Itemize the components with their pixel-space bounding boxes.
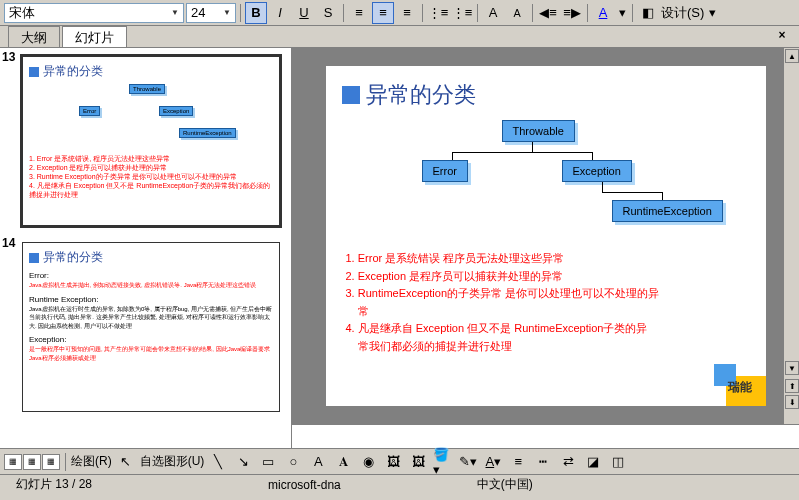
font-select[interactable]: 宋体 ▼ bbox=[4, 3, 184, 23]
clipart-tool[interactable]: 🖼 bbox=[382, 451, 404, 473]
bold-button[interactable]: B bbox=[245, 2, 267, 24]
thumbnail-panel[interactable]: 13 异常的分类 Throwable Error Exception Runti… bbox=[0, 48, 292, 448]
3d-style-button[interactable]: ◫ bbox=[607, 451, 629, 473]
font-name: 宋体 bbox=[9, 4, 35, 22]
current-slide[interactable]: 异常的分类 Throwable Error Exception RuntimeE… bbox=[326, 66, 766, 406]
separator bbox=[343, 4, 344, 22]
thumbnail-13-wrap: 13 异常的分类 Throwable Error Exception Runti… bbox=[0, 48, 291, 234]
tab-slides[interactable]: 幻灯片 bbox=[62, 26, 127, 47]
separator bbox=[587, 4, 588, 22]
separator bbox=[532, 4, 533, 22]
textbox-tool[interactable]: A bbox=[307, 451, 329, 473]
status-bar: 幻灯片 13 / 28 microsoft-dna 中文(中国) bbox=[0, 474, 799, 494]
fill-color-button[interactable]: 🪣▾ bbox=[432, 451, 454, 473]
dash-style-button[interactable]: ┅ bbox=[532, 451, 554, 473]
close-panel-button[interactable]: × bbox=[773, 26, 791, 44]
thumbnail-13[interactable]: 异常的分类 Throwable Error Exception RuntimeE… bbox=[22, 56, 280, 226]
thumb-text: 1. Error 是系统错误, 程序员无法处理这些异常 2. Exception… bbox=[29, 154, 273, 199]
next-slide-button[interactable]: ⬇ bbox=[785, 395, 799, 409]
draw-menu[interactable]: 绘图(R) bbox=[71, 453, 112, 470]
design-icon[interactable]: ◧ bbox=[637, 2, 659, 24]
align-center-button[interactable]: ≡ bbox=[372, 2, 394, 24]
autoshape-menu[interactable]: 自选图形(U) bbox=[140, 453, 205, 470]
exception-diagram: Throwable Error Exception RuntimeExcepti… bbox=[362, 120, 730, 240]
slide-number-13: 13 bbox=[2, 50, 15, 64]
line-tool[interactable]: ╲ bbox=[207, 451, 229, 473]
wordart-tool[interactable]: 𝐀 bbox=[332, 451, 354, 473]
chevron-down-icon: ▼ bbox=[223, 8, 231, 17]
vertical-scrollbar[interactable]: ▲ ▼ ⬆ ⬇ bbox=[783, 48, 799, 424]
slide-title: 异常的分类 bbox=[342, 80, 750, 110]
main-area: 13 异常的分类 Throwable Error Exception Runti… bbox=[0, 48, 799, 448]
slide-logo: 瑞能 bbox=[728, 379, 752, 396]
font-size-select[interactable]: 24 ▼ bbox=[186, 3, 236, 23]
view-buttons: ▦ ▦ ▦ bbox=[4, 454, 60, 470]
separator bbox=[632, 4, 633, 22]
slide-editor: 异常的分类 Throwable Error Exception RuntimeE… bbox=[292, 48, 799, 448]
separator bbox=[240, 4, 241, 22]
box-runtime: RuntimeException bbox=[612, 200, 723, 222]
prev-slide-button[interactable]: ⬆ bbox=[785, 379, 799, 393]
scroll-down-button[interactable]: ▼ bbox=[785, 361, 799, 375]
diagram-tool[interactable]: ◉ bbox=[357, 451, 379, 473]
underline-button[interactable]: U bbox=[293, 2, 315, 24]
status-slide-number: 幻灯片 13 / 28 bbox=[8, 476, 100, 493]
drawing-toolbar: ▦ ▦ ▦ 绘图(R) ↖ 自选图形(U) ╲ ↘ ▭ ○ A 𝐀 ◉ 🖼 🖼 … bbox=[0, 448, 799, 474]
font-color-dropdown[interactable]: ▾ bbox=[616, 2, 628, 24]
arrow-style-button[interactable]: ⇄ bbox=[557, 451, 579, 473]
separator bbox=[422, 4, 423, 22]
box-exception: Exception bbox=[562, 160, 632, 182]
slide-number-14: 14 bbox=[2, 236, 15, 250]
tab-outline[interactable]: 大纲 bbox=[8, 26, 60, 47]
line-style-button[interactable]: ≡ bbox=[507, 451, 529, 473]
rectangle-tool[interactable]: ▭ bbox=[257, 451, 279, 473]
italic-button[interactable]: I bbox=[269, 2, 291, 24]
shadow-style-button[interactable]: ◪ bbox=[582, 451, 604, 473]
shadow-button[interactable]: S bbox=[317, 2, 339, 24]
status-language: 中文(中国) bbox=[469, 476, 541, 493]
thumb-title: 异常的分类 bbox=[29, 249, 273, 266]
slide-bullets: 1. Error 是系统错误 程序员无法处理这些异常 2. Exception … bbox=[342, 250, 750, 354]
sorter-view-button[interactable]: ▦ bbox=[23, 454, 41, 470]
slide-canvas-area[interactable]: 异常的分类 Throwable Error Exception RuntimeE… bbox=[292, 48, 799, 424]
decrease-indent-button[interactable]: ◀≡ bbox=[537, 2, 559, 24]
toolbar-more[interactable]: ▾ bbox=[706, 2, 718, 24]
chevron-down-icon: ▼ bbox=[171, 8, 179, 17]
numbered-list-button[interactable]: ⋮≡ bbox=[427, 2, 449, 24]
font-color-button-2[interactable]: A▾ bbox=[482, 451, 504, 473]
align-right-button[interactable]: ≡ bbox=[396, 2, 418, 24]
bullet-list-button[interactable]: ⋮≡ bbox=[451, 2, 473, 24]
slideshow-button[interactable]: ▦ bbox=[42, 454, 60, 470]
line-color-button[interactable]: ✎▾ bbox=[457, 451, 479, 473]
thumb-title: 异常的分类 bbox=[29, 63, 273, 80]
font-size: 24 bbox=[191, 5, 205, 20]
thumbnail-14[interactable]: 异常的分类 Error: Java虚拟机生成并抛出, 例如动态链接失败, 虚拟机… bbox=[22, 242, 280, 412]
select-tool[interactable]: ↖ bbox=[115, 451, 137, 473]
thumbnail-14-wrap: 14 异常的分类 Error: Java虚拟机生成并抛出, 例如动态链接失败, … bbox=[0, 234, 291, 420]
separator bbox=[65, 453, 66, 471]
thumb-diagram: Throwable Error Exception RuntimeExcepti… bbox=[29, 84, 273, 154]
oval-tool[interactable]: ○ bbox=[282, 451, 304, 473]
design-label[interactable]: 设计(S) bbox=[661, 4, 704, 22]
status-template: microsoft-dna bbox=[260, 478, 349, 492]
normal-view-button[interactable]: ▦ bbox=[4, 454, 22, 470]
box-throwable: Throwable bbox=[502, 120, 575, 142]
arrow-tool[interactable]: ↘ bbox=[232, 451, 254, 473]
notes-area[interactable] bbox=[292, 424, 799, 448]
increase-indent-button[interactable]: ≡▶ bbox=[561, 2, 583, 24]
scroll-up-button[interactable]: ▲ bbox=[785, 49, 799, 63]
format-toolbar: 宋体 ▼ 24 ▼ B I U S ≡ ≡ ≡ ⋮≡ ⋮≡ A A ◀≡ ≡▶ … bbox=[0, 0, 799, 26]
panel-tabs: 大纲 幻灯片 × bbox=[0, 26, 799, 48]
decrease-font-button[interactable]: A bbox=[506, 2, 528, 24]
picture-tool[interactable]: 🖼 bbox=[407, 451, 429, 473]
increase-font-button[interactable]: A bbox=[482, 2, 504, 24]
box-error: Error bbox=[422, 160, 468, 182]
align-left-button[interactable]: ≡ bbox=[348, 2, 370, 24]
font-color-button[interactable]: A bbox=[592, 2, 614, 24]
separator bbox=[477, 4, 478, 22]
